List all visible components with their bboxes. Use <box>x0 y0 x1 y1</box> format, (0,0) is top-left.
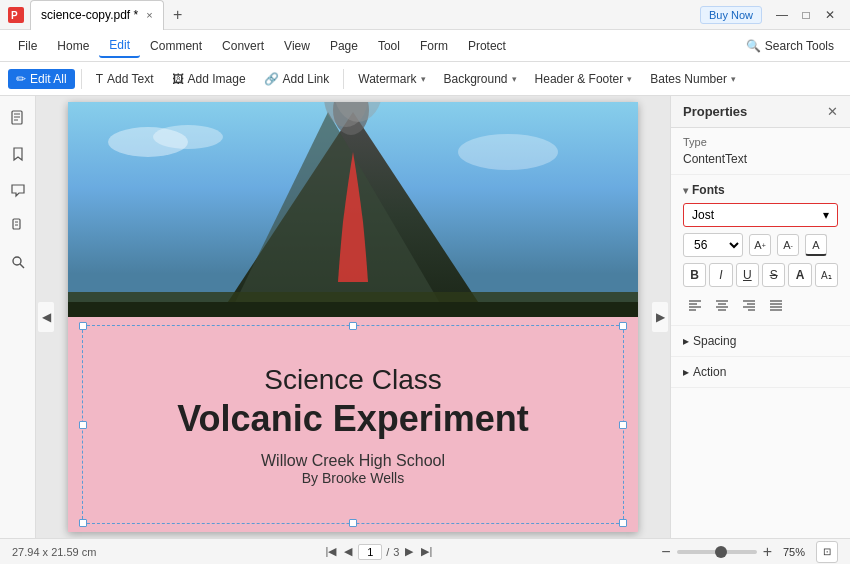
handle-tr[interactable] <box>619 322 627 330</box>
close-btn[interactable]: ✕ <box>818 3 842 27</box>
tab-close-btn[interactable]: × <box>146 9 152 21</box>
sidebar-search-icon[interactable] <box>4 248 32 276</box>
tab-filename: science-copy.pdf * <box>41 8 138 22</box>
menu-home[interactable]: Home <box>47 35 99 57</box>
prev-page-btn[interactable]: ◀ <box>342 545 354 558</box>
toolbar-divider-1 <box>81 69 82 89</box>
add-text-icon: T <box>96 72 103 86</box>
panel-header: Properties ✕ <box>671 96 850 128</box>
header-footer-label: Header & Footer <box>535 72 624 86</box>
font-color-format-btn[interactable]: A <box>788 263 811 287</box>
action-section[interactable]: ▸ Action <box>671 357 850 388</box>
search-icon: 🔍 <box>746 39 761 53</box>
rotation-handle[interactable] <box>349 322 357 330</box>
handle-br[interactable] <box>619 519 627 527</box>
font-selected-value: Jost <box>692 208 714 222</box>
zoom-in-btn[interactable]: + <box>763 544 772 560</box>
menu-view[interactable]: View <box>274 35 320 57</box>
underline-btn[interactable]: U <box>736 263 759 287</box>
menubar: File Home Edit Comment Convert View Page… <box>0 30 850 62</box>
sidebar-bookmark-icon[interactable] <box>4 140 32 168</box>
zoom-controls: − + 75% ⊡ <box>661 541 838 563</box>
handle-tl[interactable] <box>79 322 87 330</box>
menu-tool[interactable]: Tool <box>368 35 410 57</box>
sidebar-pages-icon[interactable] <box>4 104 32 132</box>
sidebar-attachment-icon[interactable] <box>4 212 32 240</box>
edit-all-btn[interactable]: ✏ Edit All <box>8 69 75 89</box>
align-left-btn[interactable] <box>683 293 707 317</box>
current-page-input[interactable] <box>358 544 382 560</box>
bold-btn[interactable]: B <box>683 263 706 287</box>
watermark-btn[interactable]: Watermark ▾ <box>350 69 433 89</box>
panel-close-btn[interactable]: ✕ <box>827 104 838 119</box>
header-footer-btn[interactable]: Header & Footer ▾ <box>527 69 641 89</box>
panel-title: Properties <box>683 104 747 119</box>
font-size-select[interactable]: 56 <box>683 233 743 257</box>
action-toggle: ▸ <box>683 365 689 379</box>
canvas-area[interactable]: ◀ <box>36 96 670 538</box>
zoom-out-btn[interactable]: − <box>661 544 670 560</box>
menu-convert[interactable]: Convert <box>212 35 274 57</box>
volcanic-text[interactable]: Volcanic Experiment <box>177 397 528 440</box>
add-image-label: Add Image <box>188 72 246 86</box>
handle-mr[interactable] <box>619 421 627 429</box>
font-size-decrease-btn[interactable]: A- <box>777 234 799 256</box>
align-center-btn[interactable] <box>710 293 734 317</box>
left-sidebar <box>0 96 36 538</box>
font-dropdown[interactable]: Jost ▾ <box>683 203 838 227</box>
page-separator: / <box>386 546 389 558</box>
menu-form[interactable]: Form <box>410 35 458 57</box>
pdf-pink-section: Science Class Volcanic Experiment Willow… <box>68 317 638 532</box>
handle-tm[interactable] <box>349 322 357 330</box>
handle-bm[interactable] <box>349 519 357 527</box>
add-text-btn[interactable]: T Add Text <box>88 69 162 89</box>
page-nav-left[interactable]: ◀ <box>38 302 54 332</box>
science-class-text[interactable]: Science Class <box>264 363 441 397</box>
svg-text:P: P <box>11 10 18 21</box>
fonts-toggle[interactable]: ▾ <box>683 185 688 196</box>
subscript-btn[interactable]: A₁ <box>815 263 838 287</box>
volcano-image <box>68 102 638 317</box>
first-page-btn[interactable]: |◀ <box>323 545 338 558</box>
maximize-btn[interactable]: □ <box>794 3 818 27</box>
search-tools-btn[interactable]: 🔍 Search Tools <box>738 36 842 56</box>
edit-icon: ✏ <box>16 72 26 86</box>
spacing-section[interactable]: ▸ Spacing <box>671 326 850 357</box>
background-btn[interactable]: Background ▾ <box>436 69 525 89</box>
pdf-page: Science Class Volcanic Experiment Willow… <box>68 102 638 532</box>
buy-now-btn[interactable]: Buy Now <box>700 6 762 24</box>
italic-btn[interactable]: I <box>709 263 732 287</box>
align-row <box>683 293 838 317</box>
add-link-btn[interactable]: 🔗 Add Link <box>256 69 338 89</box>
fonts-label: Fonts <box>692 183 725 197</box>
align-right-btn[interactable] <box>737 293 761 317</box>
zoom-slider[interactable] <box>677 550 757 554</box>
menu-edit[interactable]: Edit <box>99 34 140 58</box>
menu-page[interactable]: Page <box>320 35 368 57</box>
font-size-increase-btn[interactable]: A+ <box>749 234 771 256</box>
page-nav-right[interactable]: ▶ <box>652 302 668 332</box>
last-page-btn[interactable]: ▶| <box>419 545 434 558</box>
type-value: ContentText <box>683 152 838 166</box>
bates-number-btn[interactable]: Bates Number ▾ <box>642 69 744 89</box>
menu-protect[interactable]: Protect <box>458 35 516 57</box>
handle-ml[interactable] <box>79 421 87 429</box>
zoom-thumb <box>715 546 727 558</box>
minimize-btn[interactable]: — <box>770 3 794 27</box>
align-justify-btn[interactable] <box>764 293 788 317</box>
watermark-arrow: ▾ <box>421 74 426 84</box>
add-image-btn[interactable]: 🖼 Add Image <box>164 69 254 89</box>
current-tab[interactable]: science-copy.pdf * × <box>30 0 164 30</box>
add-link-label: Add Link <box>283 72 330 86</box>
strikethrough-btn[interactable]: S <box>762 263 785 287</box>
menu-comment[interactable]: Comment <box>140 35 212 57</box>
author-text: By Brooke Wells <box>302 470 404 486</box>
spacing-toggle: ▸ <box>683 334 689 348</box>
fit-page-btn[interactable]: ⊡ <box>816 541 838 563</box>
sidebar-comment-icon[interactable] <box>4 176 32 204</box>
add-tab-btn[interactable]: + <box>166 3 190 27</box>
next-page-btn[interactable]: ▶ <box>403 545 415 558</box>
handle-bl[interactable] <box>79 519 87 527</box>
menu-file[interactable]: File <box>8 35 47 57</box>
font-color-btn[interactable]: A <box>805 234 827 256</box>
